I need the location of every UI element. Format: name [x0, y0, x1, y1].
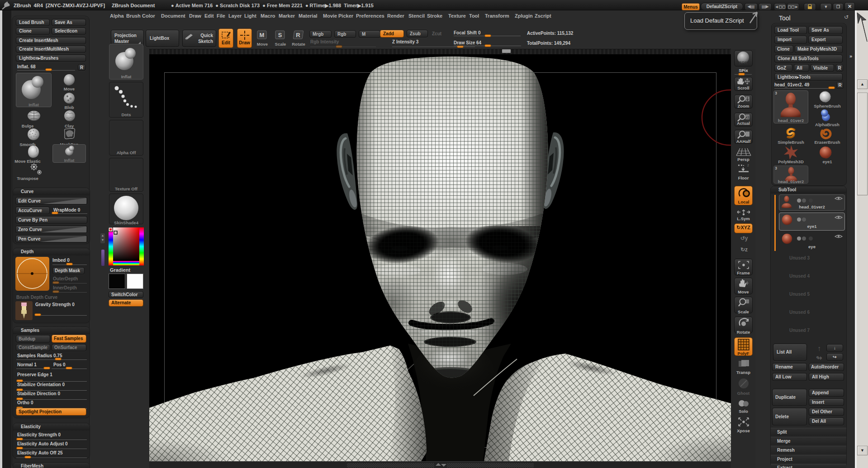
svg-text:BPR: BPR	[739, 61, 748, 65]
svg-text:R: R	[296, 32, 300, 38]
svg-text:x1: x1	[745, 115, 749, 119]
svg-text:M: M	[260, 32, 265, 38]
svg-text:2: 2	[747, 164, 749, 167]
svg-text:S: S	[278, 32, 282, 38]
